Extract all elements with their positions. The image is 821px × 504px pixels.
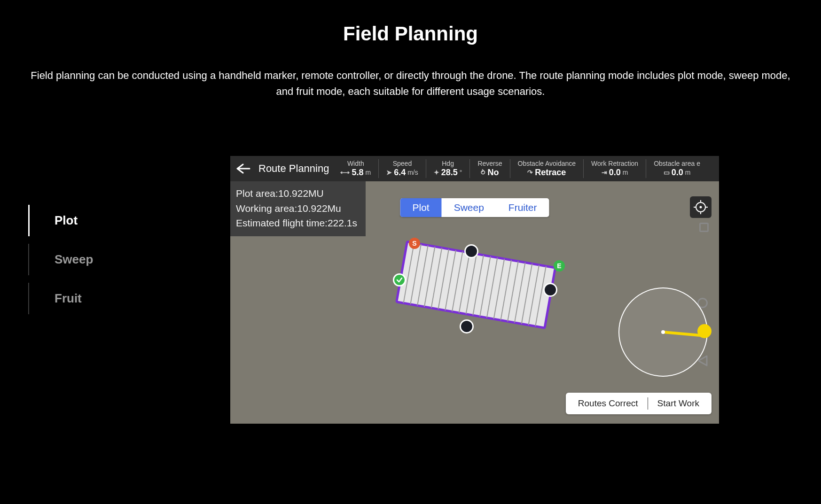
side-tab-sweep[interactable]: Sweep <box>28 240 160 279</box>
telemetry-obstacle-area-label: Obstacle area e <box>654 160 700 167</box>
avoidance-icon: ↷ <box>527 169 533 176</box>
stat-flight-time: Estimated flight time:222.1s <box>236 216 357 231</box>
telemetry-speed[interactable]: Speed ➤ 6.4 m/s <box>380 156 425 181</box>
telemetry-speed-label: Speed <box>393 160 412 167</box>
telemetry-avoidance-label: Obstacle Avoidance <box>518 160 576 167</box>
telemetry-width-value: 5.8 <box>352 168 363 178</box>
plan-mode-plot[interactable]: Plot <box>400 198 441 217</box>
back-icon <box>235 163 251 175</box>
telemetry-obstacle-area-value: 0.0 <box>672 168 683 178</box>
heading-dial[interactable] <box>618 287 708 377</box>
field-plot[interactable]: S E <box>390 240 564 344</box>
telemetry-heading-unit: ° <box>460 169 462 176</box>
telemetry-speed-unit: m/s <box>407 169 418 176</box>
telemetry-obstacle-area-unit: m <box>685 169 691 176</box>
reverse-icon: ⥁ <box>481 169 485 176</box>
nav-play-icon[interactable] <box>698 355 709 368</box>
telemetry-reverse-value: No <box>487 168 499 178</box>
area-stats-panel: Plot area:10.922MU Working area:10.922Mu… <box>230 181 366 236</box>
telemetry-reverse-label: Reverse <box>477 160 502 167</box>
stop-square-icon[interactable] <box>699 223 709 232</box>
heading-icon: ✦ <box>434 169 439 176</box>
side-tab-fruit[interactable]: Fruit <box>28 279 160 318</box>
app-screenshot: Route Planning Width ⟷ 5.8 m Speed ➤ 6.4… <box>230 156 719 424</box>
marker-check[interactable] <box>393 273 406 287</box>
stat-plot-area: Plot area:10.922MU <box>236 186 357 201</box>
telemetry-width[interactable]: Width ⟷ 5.8 m <box>334 156 377 181</box>
side-tab-plot[interactable]: Plot <box>28 201 160 240</box>
plan-mode-fruiter[interactable]: Fruiter <box>496 198 549 217</box>
telemetry-retraction[interactable]: Work Retraction ⇥ 0.0 m <box>585 156 645 181</box>
telemetry-heading-label: Hdg <box>442 160 454 167</box>
telemetry-speed-value: 6.4 <box>394 168 406 178</box>
retraction-icon: ⇥ <box>602 169 607 176</box>
back-button[interactable] <box>230 156 257 181</box>
obstacle-area-icon: ▭ <box>664 169 670 176</box>
page-description: Field planning can be conducted using a … <box>25 68 796 100</box>
page-title: Field Planning <box>0 23 821 45</box>
plan-mode-tabs: Plot Sweep Fruiter <box>400 198 549 217</box>
marker-start[interactable]: S <box>409 238 420 249</box>
heading-dial-handle[interactable] <box>697 324 712 338</box>
telemetry-obstacle-area[interactable]: Obstacle area e ▭ 0.0 m <box>647 156 707 181</box>
telemetry-retraction-label: Work Retraction <box>591 160 638 167</box>
routes-correct-button[interactable]: Routes Correct <box>575 398 641 409</box>
stat-working-area: Working area:10.922Mu <box>236 201 357 216</box>
telemetry-heading-value: 28.5 <box>441 168 458 178</box>
speed-icon: ➤ <box>386 169 392 176</box>
telemetry-width-unit: m <box>365 169 371 176</box>
vertex-handle[interactable] <box>543 283 557 297</box>
check-icon <box>396 276 403 284</box>
telemetry-retraction-unit: m <box>623 169 628 176</box>
plan-mode-sweep[interactable]: Sweep <box>442 198 496 217</box>
telemetry-avoidance[interactable]: Obstacle Avoidance ↷ Retrace <box>511 156 583 181</box>
action-bar: Routes Correct Start Work <box>566 393 712 414</box>
marker-end[interactable]: E <box>554 260 565 271</box>
svg-point-1 <box>700 206 702 209</box>
recenter-button[interactable] <box>690 196 712 218</box>
route-planning-label: Route Planning <box>257 163 334 175</box>
telemetry-width-label: Width <box>347 160 364 167</box>
telemetry-heading[interactable]: Hdg ✦ 28.5 ° <box>427 156 469 181</box>
vertex-handle[interactable] <box>464 244 478 258</box>
mode-side-tabs: Plot Sweep Fruit <box>28 201 160 424</box>
telemetry-bar: Route Planning Width ⟷ 5.8 m Speed ➤ 6.4… <box>230 156 719 181</box>
start-work-button[interactable]: Start Work <box>655 398 702 409</box>
telemetry-reverse[interactable]: Reverse ⥁ No <box>471 156 508 181</box>
crosshair-icon <box>694 200 708 214</box>
telemetry-avoidance-value: Retrace <box>535 168 566 178</box>
width-icon: ⟷ <box>340 169 350 176</box>
telemetry-retraction-value: 0.0 <box>609 168 621 178</box>
vertex-handle[interactable] <box>460 319 474 333</box>
